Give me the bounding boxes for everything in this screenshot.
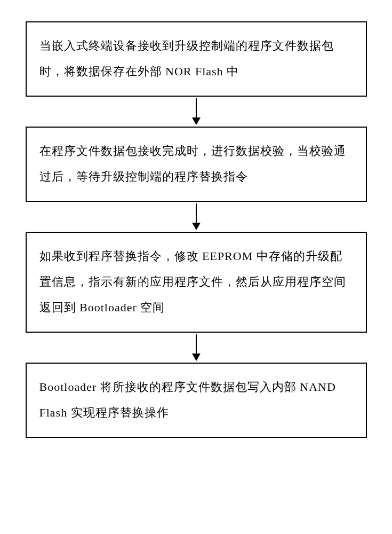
flow-step-text: Bootloader 将所接收的程序文件数据包写入内部 NAND Flash 实… bbox=[39, 380, 336, 419]
flow-step-text: 当嵌入式终端设备接收到升级控制端的程序文件数据包时，将数据保存在外部 NOR F… bbox=[39, 39, 334, 78]
flow-step-2: 在程序文件数据包接收完成时，进行数据校验，当校验通过后，等待升级控制端的程序替换… bbox=[26, 127, 367, 202]
flow-step-1: 当嵌入式终端设备接收到升级控制端的程序文件数据包时，将数据保存在外部 NOR F… bbox=[26, 21, 367, 97]
flow-step-text: 在程序文件数据包接收完成时，进行数据校验，当校验通过后，等待升级控制端的程序替换… bbox=[39, 144, 346, 183]
flow-step-text: 如果收到程序替换指令，修改 EEPROM 中存储的升级配置信息，指示有新的应用程… bbox=[39, 249, 346, 315]
flow-step-4: Bootloader 将所接收的程序文件数据包写入内部 NAND Flash 实… bbox=[26, 363, 367, 438]
arrow-icon bbox=[192, 97, 201, 127]
flow-step-3: 如果收到程序替换指令，修改 EEPROM 中存储的升级配置信息，指示有新的应用程… bbox=[26, 232, 367, 333]
arrow-icon bbox=[192, 333, 201, 363]
arrow-icon bbox=[192, 202, 201, 232]
